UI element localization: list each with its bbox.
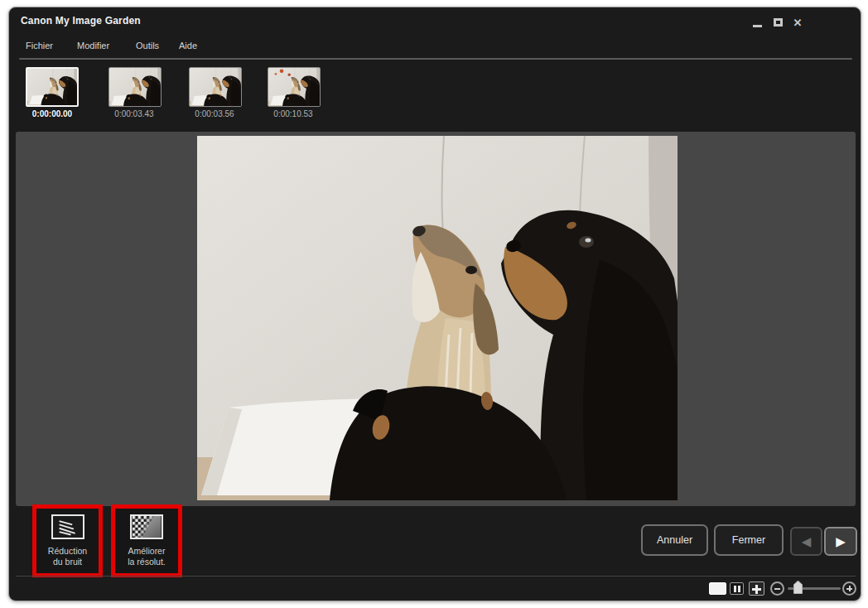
arrow-left-icon: ◀: [802, 534, 812, 549]
whole-image-view-icon[interactable]: [709, 582, 726, 595]
frame-thumbnail-4[interactable]: [268, 67, 321, 107]
menu-outils[interactable]: Outils: [136, 41, 159, 51]
preview-panel: [16, 132, 856, 506]
enhance-resolution-label: Améliorer la résolut.: [128, 546, 166, 567]
frame-thumbnail-strip: 0:00:00.00 0:00:03.43 0:00:03.56 0:00:10…: [9, 60, 861, 130]
zoom-slider-handle[interactable]: [793, 581, 803, 594]
maximize-icon: [774, 18, 783, 27]
noise-reduction-icon: [51, 514, 84, 539]
previous-frame-button[interactable]: ◀: [790, 527, 822, 556]
frame-timestamp-2: 0:00:03.43: [104, 109, 165, 118]
menu-separator: [19, 58, 852, 60]
close-button[interactable]: ✕: [789, 16, 806, 29]
minimize-button[interactable]: [749, 16, 765, 29]
frame-timestamp-1: 0:00:00.00: [22, 109, 83, 118]
minus-icon: [774, 588, 780, 590]
close-dialog-button[interactable]: Fermer: [714, 524, 784, 556]
menu-fichier[interactable]: Fichier: [26, 41, 53, 51]
next-frame-button[interactable]: ▶: [824, 527, 857, 556]
frame-thumbnail-2[interactable]: [108, 67, 162, 107]
maximize-button[interactable]: [769, 16, 786, 29]
frame-timestamp-4: 0:00:10.53: [263, 109, 324, 118]
arrow-right-icon: ▶: [836, 534, 846, 549]
highlight-box-noise-reduction: Réduction du bruit: [32, 504, 103, 577]
titlebar: Canon My Image Garden ✕: [9, 7, 861, 35]
video-frame-preview: [197, 136, 678, 500]
frame-thumbnail-1[interactable]: [26, 67, 79, 107]
noise-reduction-label: Réduction du bruit: [48, 546, 87, 567]
noise-reduction-button[interactable]: Réduction du bruit: [36, 509, 99, 573]
minimize-icon: [753, 25, 762, 27]
frame-timestamp-3: 0:00:03.56: [184, 109, 245, 118]
zoom-in-button[interactable]: [842, 581, 856, 596]
compare-view-icon[interactable]: [730, 582, 744, 595]
statusbar: [9, 577, 861, 601]
enhance-resolution-icon: [130, 514, 163, 539]
frame-thumbnail-3[interactable]: [189, 67, 242, 107]
menu-modifier[interactable]: Modifier: [77, 41, 109, 51]
window-title: Canon My Image Garden: [21, 15, 141, 27]
menubar: Fichier Modifier Outils Aide: [9, 35, 861, 58]
close-icon: ✕: [793, 17, 803, 29]
highlight-box-enhance-resolution: Améliorer la résolut.: [111, 504, 182, 577]
zoom-out-button[interactable]: [770, 581, 784, 596]
enhance-resolution-button[interactable]: Améliorer la résolut.: [115, 509, 178, 573]
enlarge-view-icon[interactable]: [749, 581, 764, 596]
cancel-button[interactable]: Annuler: [641, 524, 708, 556]
menu-aide[interactable]: Aide: [179, 41, 197, 51]
app-window: Canon My Image Garden ✕ Fichier Modifier…: [8, 7, 861, 601]
